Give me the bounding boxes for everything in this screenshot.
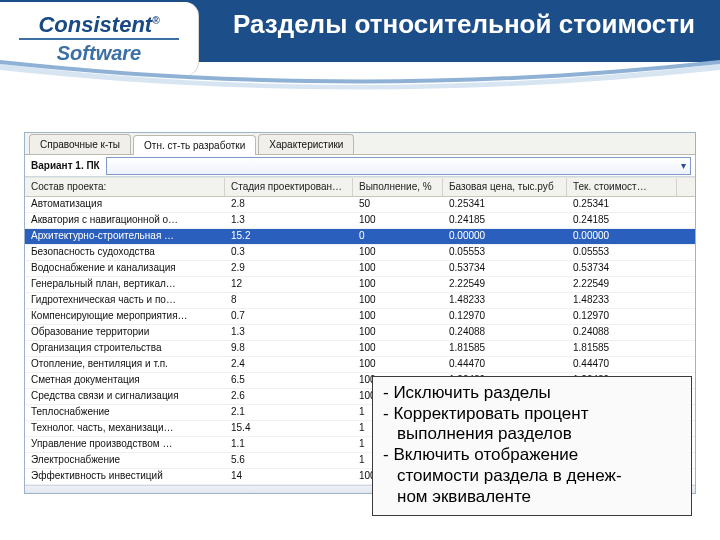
row-value: 1.3 [225,213,353,228]
row-value: 50 [353,197,443,212]
table-row[interactable]: Автоматизация2.8500.253410.25341 [25,197,695,213]
logo-line1: Consistent® [38,14,159,36]
row-value: 2.4 [225,357,353,372]
table-row[interactable]: Генеральный план, вертикал…121002.225492… [25,277,695,293]
row-value: 2.22549 [567,277,677,292]
row-value: 12 [225,277,353,292]
row-name: Управление производством … [25,437,225,452]
slide-header: Consistent® Software Разделы относительн… [0,0,720,96]
row-value: 9.8 [225,341,353,356]
note-line-show-cost-3: ном эквиваленте [383,487,681,508]
table-row[interactable]: Безопасность судоходства0.31000.055530.0… [25,245,695,261]
row-value: 100 [353,213,443,228]
row-name: Средства связи и сигнализация [25,389,225,404]
row-value: 0 [353,229,443,244]
row-value: 0.3 [225,245,353,260]
row-value: 2.8 [225,197,353,212]
row-name: Водоснабжение и канализация [25,261,225,276]
tab-reference-coeffs[interactable]: Справочные к-ты [29,134,131,154]
row-value: 0.12970 [567,309,677,324]
row-value: 2.6 [225,389,353,404]
row-value: 100 [353,309,443,324]
row-value: 5.6 [225,453,353,468]
row-value: 1.1 [225,437,353,452]
table-row[interactable]: Водоснабжение и канализация2.91000.53734… [25,261,695,277]
row-value: 1.81585 [443,341,567,356]
table-row[interactable]: Отопление, вентиляция и т.п.2.41000.4447… [25,357,695,373]
row-name: Отопление, вентиляция и т.п. [25,357,225,372]
col-project-composition[interactable]: Состав проекта: [25,178,225,196]
table-row[interactable]: Архитектурно-строительная …15.200.000000… [25,229,695,245]
row-value: 2.22549 [443,277,567,292]
logo-text-1: Consistent [38,12,152,37]
row-name: Генеральный план, вертикал… [25,277,225,292]
row-value: 8 [225,293,353,308]
note-line-show-cost: - Включить отображение [383,445,681,466]
row-name: Автоматизация [25,197,225,212]
note-line-correct-pct-2: выполнения разделов [383,424,681,445]
row-name: Эффективность инвестиций [25,469,225,484]
row-value: 0.12970 [443,309,567,324]
row-value: 15.4 [225,421,353,436]
row-value: 100 [353,357,443,372]
table-row[interactable]: Организация строительства9.81001.815851.… [25,341,695,357]
row-name: Образование территории [25,325,225,340]
tab-characteristics[interactable]: Характеристики [258,134,354,154]
note-line-exclude: - Исключить разделы [383,383,681,404]
variant-row: Вариант 1. ПК ▾ [25,155,695,177]
table-header: Состав проекта: Стадия проектирования: П… [25,177,695,197]
table-row[interactable]: Компенсирующие мероприятия…0.71000.12970… [25,309,695,325]
row-value: 6.5 [225,373,353,388]
row-value: 1.48233 [567,293,677,308]
row-value: 0.25341 [443,197,567,212]
row-value: 0.24088 [443,325,567,340]
table-row[interactable]: Образование территории1.31000.240880.240… [25,325,695,341]
variant-dropdown[interactable]: ▾ [106,157,691,175]
row-value: 0.00000 [443,229,567,244]
tab-bar: Справочные к-ты Отн. ст-ть разработки Ха… [25,133,695,155]
row-name: Безопасность судоходства [25,245,225,260]
row-value: 0.24185 [443,213,567,228]
row-value: 14 [225,469,353,484]
row-value: 100 [353,261,443,276]
row-name: Электроснабжение [25,453,225,468]
row-name: Компенсирующие мероприятия… [25,309,225,324]
chevron-down-icon: ▾ [681,160,686,171]
row-value: 0.44470 [443,357,567,372]
row-value: 0.53734 [567,261,677,276]
col-base-price[interactable]: Базовая цена, тыс.руб [443,178,567,196]
row-value: 0.44470 [567,357,677,372]
col-current-cost[interactable]: Тек. стоимост… [567,178,677,196]
table-row[interactable]: Акватория с навигационной о…1.31000.2418… [25,213,695,229]
row-value: 0.53734 [443,261,567,276]
row-name: Гидротехническая часть и по… [25,293,225,308]
row-value: 1.48233 [443,293,567,308]
variant-label: Вариант 1. ПК [25,160,106,171]
note-line-correct-pct: - Корректировать процент [383,404,681,425]
row-value: 100 [353,277,443,292]
row-name: Организация строительства [25,341,225,356]
row-value: 2.1 [225,405,353,420]
table-row[interactable]: Гидротехническая часть и по…81001.482331… [25,293,695,309]
header-swoosh [0,58,720,94]
row-value: 0.25341 [567,197,677,212]
col-design-stage[interactable]: Стадия проектирования: П, % [225,178,353,196]
row-value: 100 [353,325,443,340]
row-value: 0.00000 [567,229,677,244]
row-value: 100 [353,293,443,308]
row-name: Сметная документация [25,373,225,388]
row-name: Акватория с навигационной о… [25,213,225,228]
row-value: 2.9 [225,261,353,276]
logo-registered-mark: ® [152,15,159,26]
row-value: 1.3 [225,325,353,340]
callout-note: - Исключить разделы - Корректировать про… [372,376,692,516]
col-completion[interactable]: Выполнение, % [353,178,443,196]
note-line-show-cost-2: стоимости раздела в денеж- [383,466,681,487]
row-value: 0.05553 [443,245,567,260]
row-value: 0.7 [225,309,353,324]
row-name: Архитектурно-строительная … [25,229,225,244]
logo-divider [19,38,179,40]
tab-relative-cost[interactable]: Отн. ст-ть разработки [133,135,256,155]
row-name: Теплоснабжение [25,405,225,420]
slide-title: Разделы относительной стоимости [218,10,710,40]
